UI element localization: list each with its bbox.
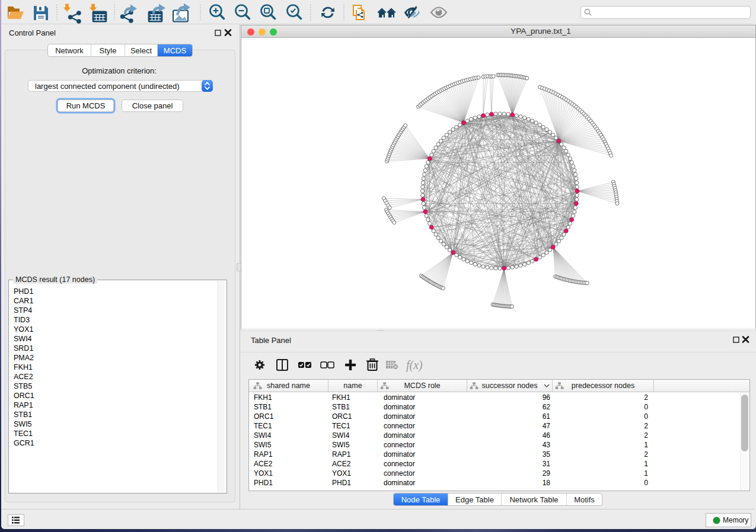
svg-text:f(x): f(x) <box>406 358 423 372</box>
